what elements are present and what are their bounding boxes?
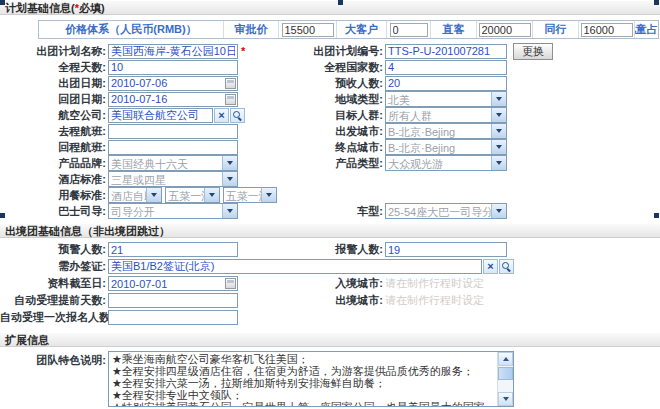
selection-handle <box>654 0 659 5</box>
scrollbar-thumb[interactable] <box>498 367 513 380</box>
form-row: 巴士司导: 司导分开 车型: 25-54座大巴一司导分开 <box>0 203 660 219</box>
plan-code-input[interactable] <box>385 44 507 59</box>
hotel-standard-select[interactable]: 三星或四星 <box>108 171 238 187</box>
section3-title: 扩展信息 <box>5 334 49 346</box>
form-row: 酒店标准: 三星或四星 <box>0 171 660 187</box>
scroll-up-icon[interactable] <box>498 352 513 366</box>
price-table: 价格体系（人民币(RMB)） 审批价 大客户 直客 同行 儿童占床 <box>38 20 659 39</box>
form-row: 产品品牌: 美国经典十六天 产品类型: 大众观光游 <box>0 155 660 171</box>
chevron-down-icon <box>491 204 506 218</box>
clear-icon[interactable]: × <box>214 108 229 123</box>
plan-name-input[interactable] <box>108 44 238 59</box>
search-icon[interactable] <box>230 108 245 123</box>
form-row: 去程航班: 出发城市: B-北京·Bejing <box>0 123 660 139</box>
chevron-down-icon <box>491 156 506 170</box>
form-row: 自动受理一次报名人数: <box>0 309 660 326</box>
form-row: 航空公司: × 目标人群: 所有人群 <box>0 107 660 123</box>
meal-standard-value-3: 五菜一汤 <box>224 188 261 202</box>
target-audience-select[interactable]: 所有人群 <box>385 107 507 123</box>
plan-basic-form: 出团计划名称: * 出团计划编号: 更换 全程天数: 全程国家数: 出团日期: <box>0 43 660 219</box>
team-feature-text[interactable]: ★乘坐海南航空公司豪华客机飞往美国； ★全程安排四星级酒店住宿，住宿更为舒适，为… <box>109 352 497 406</box>
change-code-button[interactable]: 更换 <box>513 43 553 60</box>
peer-price-input[interactable] <box>581 23 633 37</box>
auto-accept-days-label: 自动受理提前天数: <box>0 293 108 308</box>
meal-standard-value-1: 酒店自助 <box>109 188 146 202</box>
clear-icon[interactable]: × <box>483 259 498 274</box>
return-flight-input[interactable] <box>108 140 238 155</box>
vehicle-type-select[interactable]: 25-54座大巴一司导分开 <box>385 203 507 219</box>
region-type-select[interactable]: 北美 <box>385 91 507 107</box>
meal-standard-select-2[interactable]: 五菜一汤 <box>165 187 219 203</box>
form-row: 回程航班: 终点城市: B-北京·Bejing <box>0 139 660 155</box>
direct-price-cell <box>477 21 533 38</box>
selection-handle <box>338 0 343 5</box>
team-feature-label: 团队特色说明: <box>0 351 108 368</box>
product-type-select[interactable]: 大众观光游 <box>385 155 507 171</box>
peer-price-cell <box>579 21 635 38</box>
meal-standard-label: 用餐标准: <box>0 188 108 203</box>
product-brand-label: 产品品牌: <box>0 156 108 171</box>
total-days-input[interactable] <box>108 60 238 75</box>
form-row: 出团日期: 预收人数: <box>0 75 660 91</box>
calendar-icon[interactable] <box>225 94 236 105</box>
chevron-down-icon <box>261 188 276 202</box>
visa-input[interactable] <box>108 259 482 274</box>
form-row: 用餐标准: 酒店自助 五菜一汤 五菜一汤 <box>0 187 660 203</box>
vip-price-label: 大客户 <box>337 21 387 38</box>
calendar-icon[interactable] <box>225 78 236 89</box>
auto-accept-days-input[interactable] <box>108 293 238 308</box>
exit-city-hint: 请在制作行程时设定 <box>385 293 484 308</box>
bus-guide-select[interactable]: 司导分开 <box>108 203 238 219</box>
depart-city-value: B-北京·Bejing <box>386 124 491 138</box>
section-header-plan-basic: 计划基础信息(*必填) <box>0 0 660 15</box>
auto-accept-people-input[interactable] <box>108 310 238 325</box>
material-deadline-label: 资料截至日: <box>0 276 108 291</box>
vip-price-input[interactable] <box>390 23 428 37</box>
country-count-input[interactable] <box>385 60 507 75</box>
chevron-down-icon <box>222 204 237 218</box>
depart-date-label: 出团日期: <box>0 76 108 91</box>
selection-handle <box>654 213 659 218</box>
return-date-input[interactable] <box>108 92 238 107</box>
form-row: 预警人数: 报警人数: <box>0 241 660 258</box>
peer-price-label: 同行 <box>533 21 579 38</box>
meal-standard-select-3[interactable]: 五菜一汤 <box>223 187 277 203</box>
team-feature-textarea[interactable]: ★乘坐海南航空公司豪华客机飞往美国； ★全程安排四星级酒店住宿，住宿更为舒适，为… <box>108 351 514 407</box>
product-brand-select[interactable]: 美国经典十六天 <box>108 155 238 171</box>
airline-input[interactable] <box>108 108 213 123</box>
scrollbar[interactable] <box>497 352 513 406</box>
direct-price-input[interactable] <box>479 23 531 37</box>
approval-price-input[interactable] <box>282 23 334 37</box>
scroll-down-icon[interactable] <box>498 392 513 406</box>
meal-standard-select-1[interactable]: 酒店自助 <box>108 187 162 203</box>
expected-people-input[interactable] <box>385 76 507 91</box>
return-flight-label: 回程航班: <box>0 140 108 155</box>
approval-price-label: 审批价 <box>224 21 279 38</box>
total-days-label: 全程天数: <box>0 60 108 75</box>
entry-city-hint: 请在制作行程时设定 <box>385 276 484 291</box>
warning-people-input[interactable] <box>108 242 238 257</box>
plan-name-label: 出团计划名称: <box>0 44 108 59</box>
depart-city-select[interactable]: B-北京·Bejing <box>385 123 507 139</box>
chevron-down-icon <box>222 172 237 186</box>
chevron-down-icon <box>491 92 506 106</box>
scrollbar-track[interactable] <box>498 380 513 392</box>
section1-note: 必填) <box>79 2 105 14</box>
warning-people-label: 预警人数: <box>0 242 108 257</box>
form-row: 回团日期: 地域类型: 北美 <box>0 91 660 107</box>
material-deadline-input[interactable] <box>108 276 238 291</box>
auto-accept-people-label: 自动受理一次报名人数: <box>0 310 108 325</box>
section-header-extended: 扩展信息 <box>0 332 660 347</box>
alarm-people-input[interactable] <box>385 242 507 257</box>
outbound-flight-input[interactable] <box>108 124 238 139</box>
form-row: 出团计划名称: * 出团计划编号: 更换 <box>0 43 660 59</box>
region-type-value: 北美 <box>386 92 491 106</box>
search-icon[interactable] <box>499 259 514 274</box>
approval-price-cell <box>279 21 337 38</box>
depart-date-input[interactable] <box>108 76 238 91</box>
alarm-people-label: 报警人数: <box>280 242 385 257</box>
bus-guide-value: 司导分开 <box>109 204 222 218</box>
calendar-icon[interactable] <box>225 278 236 289</box>
return-date-label: 回团日期: <box>0 92 108 107</box>
end-city-select[interactable]: B-北京·Bejing <box>385 139 507 155</box>
